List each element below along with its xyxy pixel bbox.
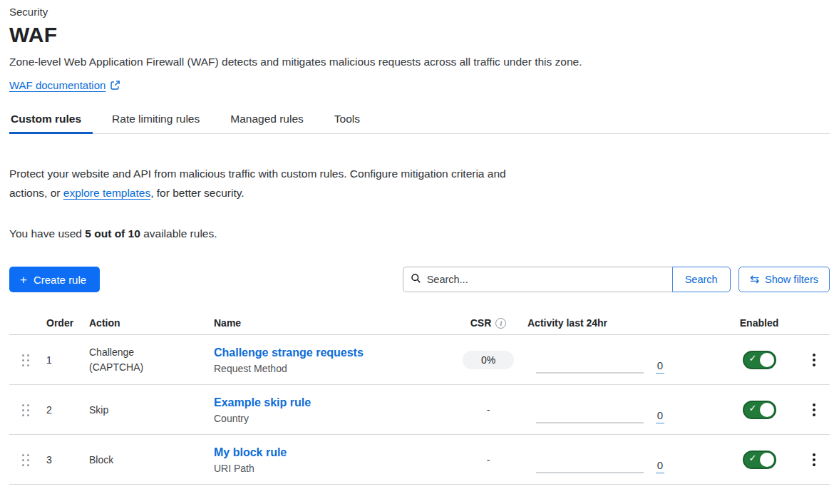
rule-activity-cell: 0 bbox=[527, 335, 720, 385]
intro-text: Protect your website and API from malici… bbox=[9, 164, 538, 202]
rule-name-link[interactable]: My block rule bbox=[214, 446, 287, 458]
header-order: Order bbox=[46, 317, 89, 329]
intro-text-after: , for better security. bbox=[150, 187, 245, 199]
kebab-menu-icon[interactable] bbox=[807, 451, 821, 469]
header-name: Name bbox=[214, 317, 449, 329]
plus-icon: + bbox=[20, 274, 27, 286]
activity-sparkline bbox=[536, 372, 644, 374]
breadcrumb-security[interactable]: Security bbox=[9, 4, 830, 18]
enabled-toggle[interactable]: ✓ bbox=[743, 451, 776, 469]
rule-action: Challenge (CAPTCHA) bbox=[89, 345, 164, 375]
usage-summary: You have used 5 out of 10 available rule… bbox=[9, 227, 830, 240]
rule-order: 1 bbox=[46, 354, 89, 366]
swap-arrows-icon: ⇆ bbox=[750, 274, 759, 285]
enabled-toggle[interactable]: ✓ bbox=[743, 401, 776, 419]
rule-name-cell: Example skip rule Country bbox=[214, 396, 449, 424]
explore-templates-link[interactable]: explore templates bbox=[63, 187, 150, 199]
create-rule-label: Create rule bbox=[34, 274, 86, 286]
rule-field: Request Method bbox=[214, 363, 449, 374]
search-input[interactable] bbox=[427, 274, 665, 285]
kebab-menu-icon[interactable] bbox=[807, 351, 821, 369]
page-title: WAF bbox=[9, 23, 830, 47]
doc-link-row: WAF documentation bbox=[9, 79, 830, 91]
search-box bbox=[403, 267, 672, 292]
header-enabled: Enabled bbox=[720, 317, 798, 329]
tab-custom-rules[interactable]: Custom rules bbox=[9, 113, 83, 133]
rule-csr: - bbox=[449, 404, 527, 416]
rule-name-cell: My block rule URI Path bbox=[214, 446, 449, 474]
show-filters-button[interactable]: ⇆ Show filters bbox=[738, 267, 830, 292]
waf-documentation-link[interactable]: WAF documentation bbox=[9, 79, 105, 91]
drag-handle-icon[interactable] bbox=[22, 454, 29, 466]
enabled-toggle[interactable]: ✓ bbox=[743, 351, 776, 369]
rule-name-link[interactable]: Challenge strange requests bbox=[214, 346, 364, 359]
rule-enabled-cell: ✓ bbox=[720, 451, 798, 469]
rule-field: URI Path bbox=[214, 463, 449, 474]
rule-action: Skip bbox=[89, 403, 164, 418]
rule-menu-cell bbox=[798, 451, 830, 469]
usage-count: 5 out of 10 bbox=[85, 227, 140, 240]
activity-value-link[interactable]: 0 bbox=[656, 410, 664, 423]
tab-tools[interactable]: Tools bbox=[333, 113, 361, 133]
search-icon bbox=[411, 273, 421, 287]
rules-toolbar: + Create rule Search ⇆ Show filters bbox=[9, 267, 830, 292]
rule-menu-cell bbox=[798, 401, 830, 419]
rule-activity-cell: 0 bbox=[527, 435, 720, 485]
kebab-menu-icon[interactable] bbox=[807, 401, 821, 419]
rule-menu-cell bbox=[798, 351, 830, 369]
usage-prefix: You have used bbox=[9, 227, 85, 240]
toggle-knob bbox=[760, 453, 774, 467]
toggle-knob bbox=[760, 403, 774, 417]
rule-enabled-cell: ✓ bbox=[720, 401, 798, 419]
table-row: 3 Block My block rule URI Path - 0 ✓ bbox=[9, 435, 830, 485]
rule-csr: 0% bbox=[449, 351, 527, 369]
activity-sparkline bbox=[536, 422, 644, 423]
activity-value-link[interactable]: 0 bbox=[656, 460, 664, 473]
header-csr-label: CSR bbox=[470, 317, 492, 329]
show-filters-label: Show filters bbox=[765, 274, 818, 285]
external-link-icon bbox=[110, 80, 120, 91]
search-button[interactable]: Search bbox=[672, 267, 731, 292]
toggle-knob bbox=[760, 353, 774, 367]
usage-suffix: available rules. bbox=[140, 227, 217, 240]
rule-name-cell: Challenge strange requests Request Metho… bbox=[214, 346, 449, 374]
rule-name-link[interactable]: Example skip rule bbox=[214, 396, 311, 408]
waf-page: Security WAF Zone-level Web Application … bbox=[0, 0, 839, 485]
rule-order: 2 bbox=[46, 404, 89, 416]
table-header-row: Order Action Name CSR i Activity last 24… bbox=[9, 312, 830, 335]
rule-enabled-cell: ✓ bbox=[720, 351, 798, 369]
rule-action: Block bbox=[89, 453, 164, 468]
rule-csr: - bbox=[449, 454, 527, 466]
tab-rate-limiting-rules[interactable]: Rate limiting rules bbox=[110, 113, 201, 133]
rule-activity-cell: 0 bbox=[527, 385, 720, 435]
header-activity: Activity last 24hr bbox=[527, 317, 720, 329]
csr-pill: 0% bbox=[463, 351, 514, 369]
activity-value-link[interactable]: 0 bbox=[656, 360, 664, 374]
search-group: Search ⇆ Show filters bbox=[403, 267, 830, 292]
create-rule-button[interactable]: + Create rule bbox=[9, 267, 100, 292]
header-action: Action bbox=[89, 317, 214, 329]
rule-field: Country bbox=[214, 413, 449, 424]
drag-handle-icon[interactable] bbox=[22, 404, 29, 416]
tab-managed-rules[interactable]: Managed rules bbox=[229, 113, 305, 133]
table-row: 1 Challenge (CAPTCHA) Challenge strange … bbox=[9, 335, 830, 385]
drag-handle-icon[interactable] bbox=[22, 354, 29, 366]
check-icon: ✓ bbox=[749, 453, 757, 463]
waf-tabs: Custom rules Rate limiting rules Managed… bbox=[9, 113, 830, 134]
header-csr: CSR i bbox=[449, 317, 527, 329]
activity-sparkline bbox=[536, 472, 644, 473]
info-icon[interactable]: i bbox=[495, 318, 506, 329]
check-icon: ✓ bbox=[749, 353, 757, 364]
table-row: 2 Skip Example skip rule Country - 0 ✓ bbox=[9, 385, 830, 435]
rule-order: 3 bbox=[46, 454, 89, 466]
page-description: Zone-level Web Application Firewall (WAF… bbox=[9, 56, 830, 68]
check-icon: ✓ bbox=[749, 403, 757, 413]
rules-table: Order Action Name CSR i Activity last 24… bbox=[9, 312, 830, 485]
